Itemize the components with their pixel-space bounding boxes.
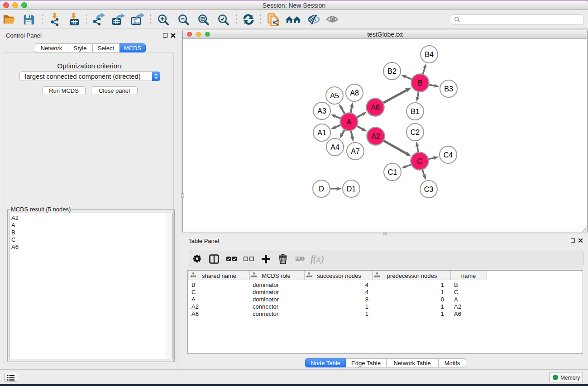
svg-text:B: B <box>418 79 423 87</box>
svg-text:A7: A7 <box>351 148 360 155</box>
svg-text:A: A <box>347 118 352 126</box>
svg-text:A8: A8 <box>350 89 359 97</box>
svg-text:B1: B1 <box>411 108 420 115</box>
svg-text:B3: B3 <box>444 85 453 93</box>
svg-text:C1: C1 <box>388 168 397 176</box>
svg-text:A5: A5 <box>330 92 339 100</box>
svg-text:C2: C2 <box>411 129 420 136</box>
svg-text:A4: A4 <box>330 143 339 151</box>
svg-text:A3: A3 <box>317 107 326 115</box>
svg-text:B2: B2 <box>387 67 397 75</box>
svg-text:C4: C4 <box>444 151 453 159</box>
svg-text:D1: D1 <box>347 185 356 193</box>
svg-text:C3: C3 <box>424 186 434 193</box>
svg-text:A1: A1 <box>317 129 326 137</box>
svg-text:A2: A2 <box>371 133 380 140</box>
svg-text:D: D <box>319 185 324 193</box>
svg-text:A6: A6 <box>371 104 380 111</box>
svg-text:B4: B4 <box>425 51 434 58</box>
svg-text:C: C <box>417 157 422 165</box>
